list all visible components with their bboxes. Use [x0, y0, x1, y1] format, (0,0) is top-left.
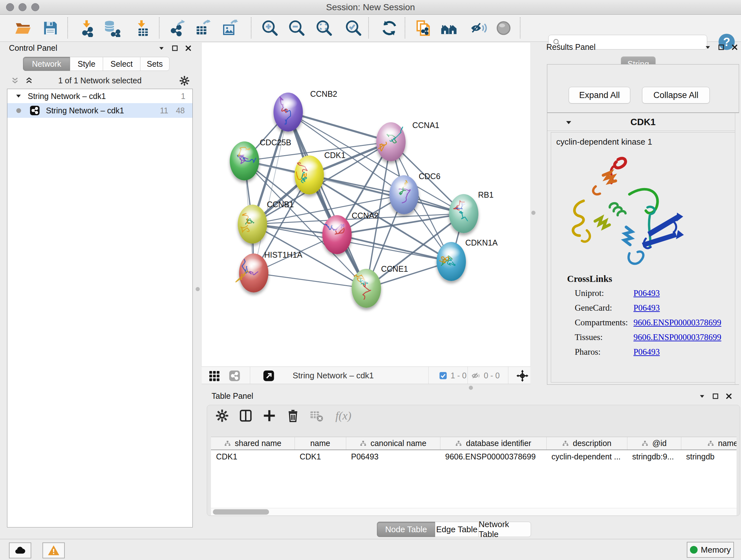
save-session-icon[interactable] — [42, 19, 59, 37]
crosslink-label: GeneCard: — [575, 303, 633, 313]
zoom-out-icon[interactable] — [288, 19, 306, 37]
table-row[interactable]: CDK1 CDK1 P06493 9606.ENSP00000378699 cy… — [211, 450, 737, 463]
export-image-icon[interactable] — [221, 19, 239, 37]
node-gloss-highlight — [442, 247, 461, 258]
crosslink-link[interactable]: P06493 — [633, 347, 660, 357]
network-edge[interactable] — [288, 112, 366, 288]
panel-float-icon[interactable] — [171, 44, 179, 52]
cell-id[interactable]: stringdb:9... — [627, 450, 681, 463]
tab-network[interactable]: Network — [23, 57, 70, 71]
panel-menu-icon[interactable] — [698, 392, 706, 400]
expand-all-icon[interactable] — [24, 76, 34, 85]
panel-close-icon[interactable] — [725, 392, 733, 400]
network-badge-icon — [29, 105, 40, 116]
show-all-icon[interactable] — [495, 19, 513, 37]
grid-view-icon[interactable] — [208, 370, 220, 382]
panel-float-icon[interactable] — [712, 392, 719, 400]
panel-menu-icon[interactable] — [158, 44, 165, 52]
crosslink-link[interactable]: P06493 — [633, 303, 660, 313]
expand-all-button[interactable]: Expand All — [569, 87, 630, 104]
birds-eye-icon[interactable] — [516, 369, 529, 382]
toolbar-separator — [251, 17, 252, 38]
network-collection-row[interactable]: String Network – cdk1 1 — [7, 89, 192, 103]
window-close-icon[interactable] — [6, 3, 14, 11]
network-canvas[interactable]: CCNB2CCNA1CDC25BCDK1CDC6RB1CCNB1CCNA2CDK… — [202, 43, 530, 367]
cell-description[interactable]: cyclin-dependent ... — [546, 450, 627, 463]
table-settings-gear-icon[interactable] — [215, 408, 229, 423]
hscrollbar-thumb[interactable] — [213, 509, 269, 515]
network-view-title: String Network – cdk1 — [293, 371, 374, 381]
hidden-count-badge: 0 - 0 — [484, 371, 500, 380]
tab-select[interactable]: Select — [103, 57, 140, 71]
create-column-icon[interactable] — [262, 408, 277, 423]
hidden-eye-icon[interactable] — [471, 371, 482, 381]
import-network-icon[interactable] — [79, 19, 97, 37]
show-columns-icon[interactable] — [239, 408, 253, 423]
cloud-icon — [14, 544, 26, 557]
cell-namespace[interactable]: stringdb — [681, 450, 737, 463]
table-header-row[interactable]: shared name name canonical name database… — [211, 437, 737, 450]
node-gloss-highlight — [357, 273, 376, 285]
cloud-button[interactable] — [9, 543, 31, 558]
network-options-gear-icon[interactable] — [179, 75, 190, 86]
results-entry-box: CDK1 cyclin-dependent kinase 1 — [547, 113, 739, 385]
crosslink-link[interactable]: P06493 — [633, 288, 660, 298]
panel-close-icon[interactable] — [731, 44, 738, 51]
export-network-icon[interactable] — [169, 19, 186, 37]
panel-menu-icon[interactable] — [704, 44, 712, 51]
tab-edge-table[interactable]: Edge Table — [435, 522, 479, 537]
cell-name[interactable]: CDK1 — [294, 450, 346, 463]
gene-section-header[interactable]: CDK1 — [547, 113, 739, 131]
refresh-icon[interactable] — [381, 19, 398, 37]
export-table-icon[interactable] — [194, 19, 212, 37]
window-minimize-icon[interactable] — [18, 3, 26, 11]
results-scrollbar[interactable] — [735, 113, 739, 384]
network-edge[interactable] — [254, 112, 288, 273]
network-view-icon[interactable] — [228, 370, 241, 382]
table-hscrollbar[interactable] — [211, 508, 737, 515]
open-session-icon[interactable] — [14, 19, 32, 37]
zoom-fit-icon[interactable] — [315, 19, 333, 37]
collection-caret-icon[interactable] — [15, 92, 22, 100]
node-table[interactable]: shared name name canonical name database… — [211, 437, 737, 508]
panel-close-icon[interactable] — [185, 44, 192, 52]
crosslink-link[interactable]: 9606.ENSP00000378699 — [633, 318, 721, 327]
network-edge[interactable] — [309, 175, 464, 213]
network-edge[interactable] — [337, 235, 451, 261]
clone-network-icon[interactable] — [414, 19, 432, 37]
detach-view-icon[interactable] — [263, 370, 275, 382]
cell-shared-name[interactable]: CDK1 — [211, 450, 294, 463]
window-title: Session: New Session — [0, 0, 741, 15]
network-graph[interactable]: CCNB2CCNA1CDC25BCDK1CDC6RB1CCNB1CCNA2CDK… — [202, 43, 530, 367]
tab-node-table[interactable]: Node Table — [377, 522, 435, 537]
collapse-all-icon[interactable] — [10, 76, 20, 85]
cell-canonical-name[interactable]: P06493 — [346, 450, 440, 463]
zoom-selected-icon[interactable] — [345, 19, 362, 37]
network-row[interactable]: String Network – cdk1 11 48 — [7, 103, 192, 118]
panel-float-icon[interactable] — [718, 44, 725, 51]
cell-database-identifier[interactable]: 9606.ENSP00000378699 — [440, 450, 546, 463]
hide-selected-icon[interactable] — [470, 19, 488, 37]
collapse-all-button[interactable]: Collapse All — [642, 87, 710, 104]
import-table-icon[interactable] — [134, 19, 152, 37]
delete-column-icon[interactable] — [286, 408, 300, 423]
import-network-database-icon[interactable] — [103, 19, 121, 37]
crosslink-link[interactable]: 9606.ENSP00000378699 — [633, 332, 721, 342]
tab-sets[interactable]: Sets — [140, 57, 170, 71]
memory-button[interactable]: Memory — [687, 542, 734, 558]
bottom-splitter-handle[interactable] — [469, 386, 473, 390]
network-edge[interactable] — [254, 273, 366, 288]
node-label: CDK1 — [324, 151, 346, 160]
first-neighbors-icon[interactable] — [440, 19, 458, 37]
crosslink-label: Uniprot: — [575, 288, 633, 298]
window-zoom-icon[interactable] — [31, 3, 39, 11]
network-edge[interactable] — [288, 112, 391, 142]
tab-network-table[interactable]: Network Table — [478, 522, 531, 537]
tab-style[interactable]: Style — [70, 57, 103, 71]
warnings-button[interactable] — [43, 543, 65, 558]
selected-checkbox-icon[interactable] — [439, 371, 448, 380]
protein-structure-image — [564, 155, 685, 270]
zoom-in-icon[interactable] — [261, 19, 279, 37]
left-splitter-handle[interactable] — [196, 287, 200, 291]
right-splitter-handle[interactable] — [531, 211, 536, 215]
